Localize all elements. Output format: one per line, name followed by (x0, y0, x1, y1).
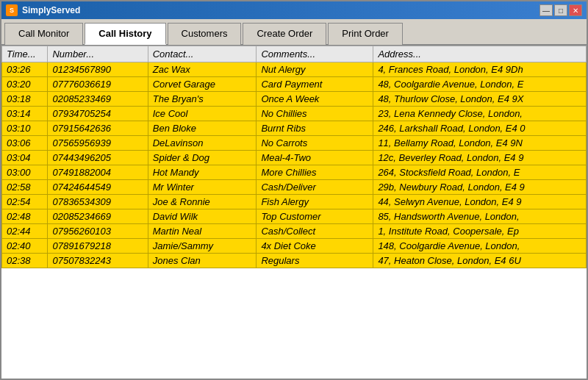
cell-time: 03:26 (2, 62, 48, 77)
cell-number: 02085234669 (48, 209, 148, 224)
cell-contact: David Wilk (148, 209, 257, 224)
cell-contact: Ice Cool (148, 107, 257, 121)
cell-contact: The Bryan's (148, 92, 257, 107)
tab-create-order[interactable]: Create Order (243, 23, 326, 45)
cell-comments: Meal-4-Two (257, 151, 373, 165)
header-comments: Comments... (257, 46, 373, 62)
cell-comments: No Carrots (257, 136, 373, 151)
cell-address: 23, Lena Kennedy Close, London, (373, 107, 587, 121)
tab-print-order[interactable]: Print Order (328, 23, 403, 45)
cell-time: 02:58 (2, 180, 48, 195)
cell-number: 07443496205 (48, 151, 148, 165)
header-contact: Contact... (148, 46, 257, 62)
cell-comments: Regulars (257, 254, 373, 268)
table-row[interactable]: 03:2601234567890Zac WaxNut Alergy4, Fran… (2, 62, 587, 77)
cell-number: 07491882004 (48, 165, 148, 180)
cell-contact: Corvet Garage (148, 77, 257, 92)
cell-contact: Zac Wax (148, 62, 257, 77)
app-icon: S (6, 4, 18, 16)
cell-comments: More Chillies (257, 165, 373, 180)
cell-contact: Joe & Ronnie (148, 195, 257, 209)
minimize-button[interactable]: — (539, 4, 553, 16)
cell-comments: Nut Alergy (257, 62, 373, 77)
cell-address: 85, Handsworth Avenue, London, (373, 209, 587, 224)
cell-number: 07836534309 (48, 195, 148, 209)
tab-customers[interactable]: Customers (168, 23, 242, 45)
table-row[interactable]: 02:4802085234669David WilkTop Customer85… (2, 209, 587, 224)
maximize-button[interactable]: □ (554, 4, 567, 16)
table-row[interactable]: 02:4007891679218Jamie/Sammy4x Diet Coke1… (2, 239, 587, 254)
table-row[interactable]: 02:3807507832243Jones ClanRegulars47, He… (2, 254, 587, 268)
table-header-row: Time... Number... Contact... Comments...… (2, 46, 587, 62)
table-row[interactable]: 02:5807424644549Mr WinterCash/Deliver29b… (2, 180, 587, 195)
cell-time: 03:04 (2, 151, 48, 165)
table-row[interactable]: 03:1407934705254Ice CoolNo Chillies23, L… (2, 107, 587, 121)
cell-number: 07956260103 (48, 224, 148, 239)
window-controls: — □ ✕ (539, 4, 582, 16)
cell-comments: Cash/Deliver (257, 180, 373, 195)
title-bar: S SimplyServed — □ ✕ (1, 1, 587, 19)
table-row[interactable]: 03:0007491882004Hot MandyMore Chillies26… (2, 165, 587, 180)
cell-address: 4, Frances Road, London, E4 9Dh (373, 62, 587, 77)
cell-time: 03:20 (2, 77, 48, 92)
table-row[interactable]: 02:5407836534309Joe & RonnieFish Alergy4… (2, 195, 587, 209)
cell-address: 12c, Beverley Road, London, E4 9 (373, 151, 587, 165)
table-container: Time... Number... Contact... Comments...… (1, 46, 587, 379)
close-button[interactable]: ✕ (569, 4, 582, 16)
cell-number: 07934705254 (48, 107, 148, 121)
cell-comments: Card Payment (257, 77, 373, 92)
cell-number: 07565956939 (48, 136, 148, 151)
cell-contact: Spider & Dog (148, 151, 257, 165)
cell-address: 29b, Newbury Road, London, E4 9 (373, 180, 587, 195)
cell-number: 07507832243 (48, 254, 148, 268)
tab-call-monitor[interactable]: Call Monitor (4, 23, 83, 45)
cell-contact: Jones Clan (148, 254, 257, 268)
cell-contact: DeLavinson (148, 136, 257, 151)
cell-time: 02:54 (2, 195, 48, 209)
cell-contact: Mr Winter (148, 180, 257, 195)
cell-time: 03:14 (2, 107, 48, 121)
table-row[interactable]: 03:1007915642636Ben BlokeBurnt Ribs246, … (2, 121, 587, 136)
cell-number: 07424644549 (48, 180, 148, 195)
nav-bar: Call Monitor Call History Customers Crea… (1, 19, 587, 46)
cell-time: 02:48 (2, 209, 48, 224)
table-row[interactable]: 03:1802085233469The Bryan'sOnce A Week48… (2, 92, 587, 107)
cell-time: 03:00 (2, 165, 48, 180)
cell-address: 44, Selwyn Avenue, London, E4 9 (373, 195, 587, 209)
cell-time: 02:38 (2, 254, 48, 268)
cell-time: 03:18 (2, 92, 48, 107)
cell-number: 07776036619 (48, 77, 148, 92)
cell-time: 02:44 (2, 224, 48, 239)
cell-address: 1, Institute Road, Coopersale, Ep (373, 224, 587, 239)
cell-address: 48, Thurlow Close, London, E4 9X (373, 92, 587, 107)
cell-number: 01234567890 (48, 62, 148, 77)
cell-comments: 4x Diet Coke (257, 239, 373, 254)
cell-address: 246, Larkshall Road, London, E4 0 (373, 121, 587, 136)
table-row[interactable]: 02:4407956260103Martin NealCash/Collect1… (2, 224, 587, 239)
cell-address: 47, Heaton Close, London, E4 6U (373, 254, 587, 268)
header-number: Number... (48, 46, 148, 62)
cell-address: 11, Bellamy Road, London, E4 9N (373, 136, 587, 151)
tab-call-history[interactable]: Call History (85, 23, 165, 45)
table-row[interactable]: 03:0407443496205Spider & DogMeal-4-Two12… (2, 151, 587, 165)
cell-time: 02:40 (2, 239, 48, 254)
cell-address: 48, Coolgardie Avenue, London, E (373, 77, 587, 92)
cell-number: 07915642636 (48, 121, 148, 136)
cell-contact: Hot Mandy (148, 165, 257, 180)
header-address: Address... (373, 46, 587, 62)
cell-address: 148, Coolgardie Avenue, London, (373, 239, 587, 254)
title-bar-left: S SimplyServed (6, 4, 80, 16)
table-row[interactable]: 03:2007776036619Corvet GarageCard Paymen… (2, 77, 587, 92)
cell-comments: Fish Alergy (257, 195, 373, 209)
table-row[interactable]: 03:0607565956939DeLavinsonNo Carrots11, … (2, 136, 587, 151)
cell-comments: No Chillies (257, 107, 373, 121)
app-title: SimplyServed (22, 5, 80, 15)
cell-number: 02085233469 (48, 92, 148, 107)
cell-comments: Burnt Ribs (257, 121, 373, 136)
cell-comments: Cash/Collect (257, 224, 373, 239)
cell-address: 264, Stocksfield Road, London, E (373, 165, 587, 180)
call-history-table: Time... Number... Contact... Comments...… (1, 46, 587, 268)
cell-contact: Jamie/Sammy (148, 239, 257, 254)
cell-comments: Once A Week (257, 92, 373, 107)
cell-comments: Top Customer (257, 209, 373, 224)
